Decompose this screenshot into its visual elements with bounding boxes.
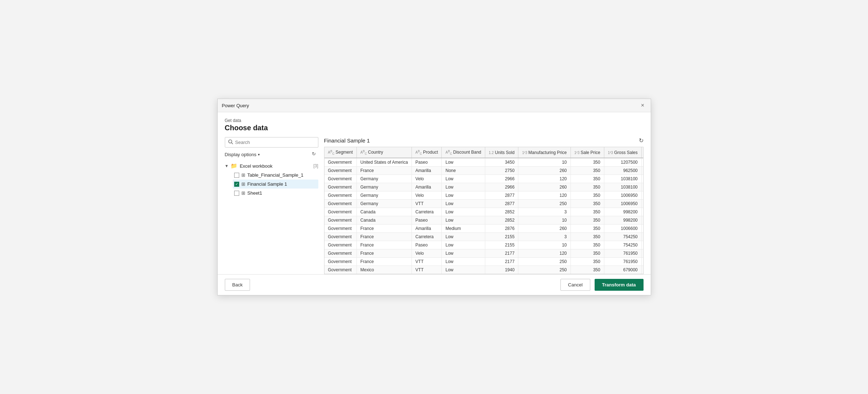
- table-icon: ⊞: [241, 172, 245, 178]
- table-cell: Low: [442, 175, 485, 183]
- table-cell: 1006600: [604, 225, 641, 233]
- refresh-icon[interactable]: ↻: [312, 151, 318, 158]
- table-cell: 13580: [641, 266, 643, 274]
- table-cell: Germany: [356, 183, 412, 191]
- col-header-discount-band: ABCDiscount Band: [442, 147, 485, 158]
- search-icon: [228, 139, 233, 145]
- power-query-window: Power Query × Get data Choose data: [217, 99, 651, 295]
- tree-list: ▼ 📁 Excel workbook [3] ⊞ Table_Financial…: [225, 161, 318, 274]
- tree-item-sheet1[interactable]: ⊞ Sheet1: [233, 189, 318, 198]
- cancel-button[interactable]: Cancel: [560, 279, 590, 291]
- table-cell: 19964: [641, 216, 643, 225]
- reload-icon[interactable]: ↻: [639, 137, 644, 144]
- checkbox-sheet1[interactable]: [234, 191, 239, 196]
- col-header-segment: ABCSegment: [324, 147, 357, 158]
- table-cell: 2177: [485, 249, 518, 258]
- display-options-row: Display options ▾ ↻: [225, 150, 318, 158]
- checkbox-financial-sample[interactable]: [234, 182, 239, 187]
- table-header-row: ABCSegment ABCCountry ABCProduct ABCDisc…: [324, 147, 644, 158]
- table-cell: Low: [442, 200, 485, 208]
- table-cell: Amarilla: [412, 183, 442, 191]
- tree-toggle-icon[interactable]: ▼: [225, 164, 229, 168]
- tree-item-table-financial[interactable]: ⊞ Table_Financial_Sample_1: [233, 171, 318, 180]
- tree-parent-excel-workbook[interactable]: ▼ 📁 Excel workbook [3]: [225, 161, 318, 171]
- table-cell: 48300: [641, 158, 643, 167]
- folder-icon: 📁: [231, 163, 237, 169]
- tree-item-label: Financial Sample 1: [247, 181, 287, 187]
- footer: Back Cancel Transform data: [218, 274, 651, 295]
- table-row: GovernmentCanadaCarreteraLow285233509982…: [324, 208, 644, 216]
- table-cell: 2852: [485, 208, 518, 216]
- table-row: GovernmentFranceVTTLow217725035076195030…: [324, 258, 644, 266]
- table-wrapper[interactable]: ABCSegment ABCCountry ABCProduct ABCDisc…: [324, 147, 644, 274]
- table-row: GovernmentCanadaPaseoLow2852103509982001…: [324, 216, 644, 225]
- table-cell: France: [356, 249, 412, 258]
- table-cell: Government: [324, 175, 357, 183]
- search-box[interactable]: [225, 137, 318, 148]
- table-cell: Government: [324, 233, 357, 241]
- table-cell: Germany: [356, 200, 412, 208]
- col-header-product: ABCProduct: [412, 147, 442, 158]
- table-cell: 20762: [641, 183, 643, 191]
- table-cell: Velo: [412, 191, 442, 200]
- table-cell: 350: [571, 183, 604, 191]
- table-cell: VTT: [412, 200, 442, 208]
- table-cell: 2877: [485, 191, 518, 200]
- table-cell: Carretera: [412, 208, 442, 216]
- close-button[interactable]: ×: [639, 102, 646, 109]
- table-cell: 998200: [604, 216, 641, 225]
- footer-right: Cancel Transform data: [560, 279, 643, 291]
- table-cell: Germany: [356, 175, 412, 183]
- table-cell: 120: [518, 191, 571, 200]
- transform-data-button[interactable]: Transform data: [595, 279, 644, 291]
- table-cell: 10: [518, 158, 571, 167]
- table-cell: 350: [571, 241, 604, 249]
- table-cell: 3: [518, 233, 571, 241]
- table-cell: 1038100: [604, 175, 641, 183]
- table-cell: 754250: [604, 233, 641, 241]
- table-cell: 350: [571, 158, 604, 167]
- table-cell: 120: [518, 175, 571, 183]
- main-area: Get data Choose data: [218, 112, 651, 274]
- table-cell: Mexico: [356, 266, 412, 274]
- table-cell: 3450: [485, 158, 518, 167]
- back-button[interactable]: Back: [225, 279, 250, 291]
- col-header-manufacturing-price: 1²3Manufacturing Price: [518, 147, 571, 158]
- checkbox-table-financial[interactable]: [234, 173, 239, 178]
- table-cell: Paseo: [412, 158, 442, 167]
- display-options-button[interactable]: Display options ▾: [225, 152, 260, 157]
- get-data-label: Get data: [225, 118, 644, 123]
- table-cell: Medium: [442, 225, 485, 233]
- table-cell: 761950: [604, 258, 641, 266]
- table-cell: 350: [571, 216, 604, 225]
- table-cell: 70462: [641, 225, 643, 233]
- table-cell: 679000: [604, 266, 641, 274]
- table-cell: United States of America: [356, 158, 412, 167]
- table-cell: Government: [324, 183, 357, 191]
- table-cell: Amarilla: [412, 225, 442, 233]
- table-cell: France: [356, 241, 412, 249]
- data-table: ABCSegment ABCCountry ABCProduct ABCDisc…: [324, 147, 644, 274]
- table-cell: Government: [324, 216, 357, 225]
- table-cell: 1940: [485, 266, 518, 274]
- table-cell: France: [356, 258, 412, 266]
- table-cell: 10: [518, 216, 571, 225]
- tree-item-financial-sample[interactable]: ⊞ Financial Sample 1: [233, 180, 318, 189]
- data-panel-title: Financial Sample 1: [324, 137, 370, 144]
- table-cell: 260: [518, 225, 571, 233]
- table-cell: Low: [442, 233, 485, 241]
- table-icon: ⊞: [241, 181, 245, 187]
- table-cell: Amarilla: [412, 167, 442, 175]
- table-row: GovernmentFranceAmarillaMedium2876260350…: [324, 225, 644, 233]
- table-cell: Government: [324, 241, 357, 249]
- table-row: GovernmentGermanyAmarillaLow296626035010…: [324, 183, 644, 191]
- table-cell: 30478: [641, 249, 643, 258]
- table-cell: None: [442, 167, 485, 175]
- search-input[interactable]: [235, 140, 315, 145]
- table-cell: 3: [518, 208, 571, 216]
- table-cell: 350: [571, 233, 604, 241]
- table-cell: 1207500: [604, 158, 641, 167]
- table-cell: Paseo: [412, 241, 442, 249]
- table-cell: France: [356, 167, 412, 175]
- table-cell: 260: [518, 167, 571, 175]
